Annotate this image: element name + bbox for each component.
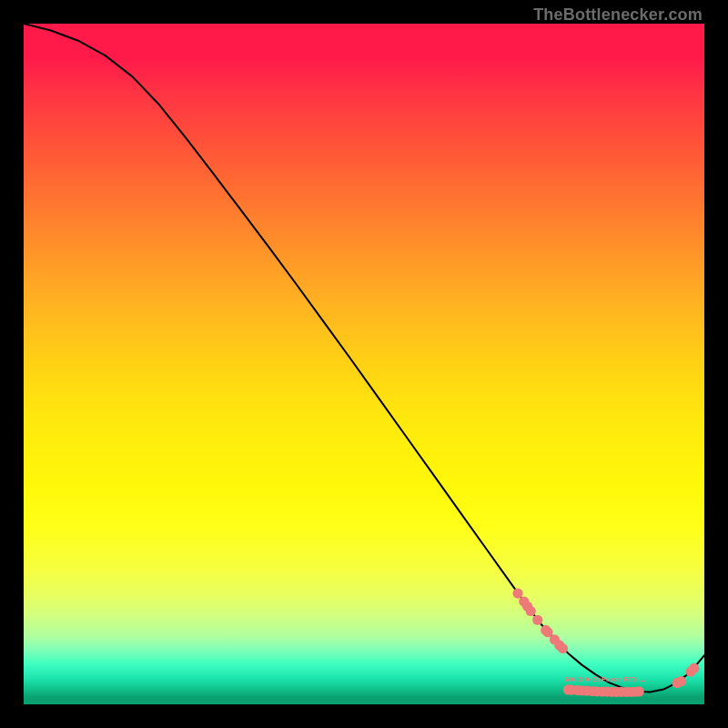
chart-svg: NVIDIA GeForce RTX ...: [24, 24, 704, 704]
data-marker: [532, 615, 542, 625]
plot-area: NVIDIA GeForce RTX ...: [24, 24, 704, 704]
data-marker: [512, 588, 522, 598]
annotation-label: NVIDIA GeForce RTX ...: [565, 675, 646, 683]
data-marker: [676, 676, 686, 686]
data-marker: [634, 686, 644, 696]
data-marker: [558, 643, 568, 653]
chart-container: NVIDIA GeForce RTX ... TheBottlenecker.c…: [0, 0, 728, 728]
attribution-label: TheBottlenecker.com: [533, 5, 703, 25]
curve-line: [24, 24, 704, 693]
data-marker: [689, 663, 699, 673]
data-marker: [526, 606, 536, 616]
